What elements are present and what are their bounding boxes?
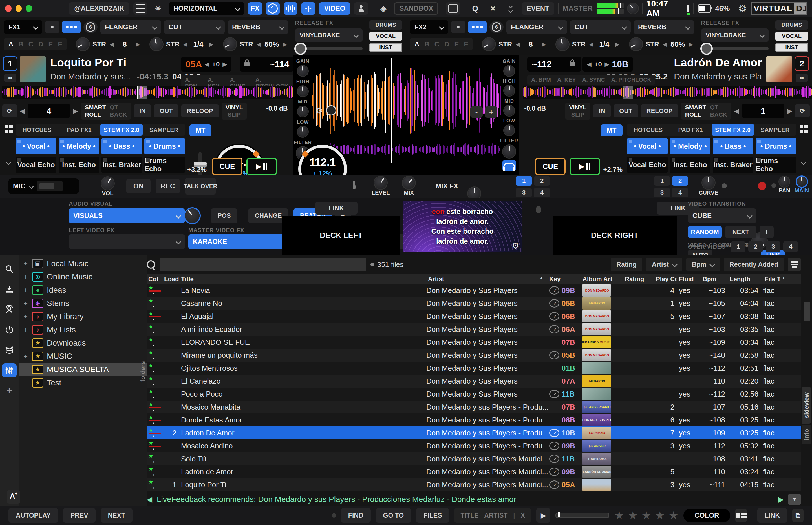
drums-stem-button[interactable]: DRUMS [369,20,402,30]
table-row[interactable]: ♪♪★ Donde Estas AmorDon Medardo y sus Pl… [147,414,801,426]
brightness-button[interactable]: ☀ [151,2,165,15]
goto-button[interactable]: GO TO [376,508,411,523]
deck1-loop-half-button[interactable]: ◀ [20,107,25,115]
headset-user-icon[interactable] [2,302,17,317]
deck1-key-pitch[interactable]: 05A◀+0▶ [181,57,231,72]
table-row[interactable]: ♪♪★ LLORANDO SE FUEDon Medardo y Sus Pla… [147,336,801,349]
sidebar-item-music[interactable]: +★MUSIC [19,349,147,363]
sandbox-icon-button[interactable]: ◈ [376,2,390,15]
deck2-high-knob[interactable] [504,86,514,96]
search-icon[interactable] [2,262,17,276]
tab-sideview[interactable]: sideview [802,387,811,424]
video-view-button[interactable]: VIDEO [319,2,350,15]
over-video-1[interactable]: 1 [731,241,745,252]
assign-1[interactable]: 1 [516,176,532,185]
pad-vocal[interactable]: • Vocal • [627,138,668,154]
pad-drums-echo[interactable]: Drums Echo [756,156,796,173]
files-button[interactable]: FILES [416,508,449,523]
assign-2[interactable]: 2 [534,176,550,185]
pos-button[interactable]: POS [211,208,237,223]
user-account-button[interactable]: @ALEXRDZAIK [69,2,129,15]
sidebar-item-test[interactable]: ★Test [19,376,147,389]
visuals-select[interactable]: VISUALS [69,208,185,223]
table-row[interactable]: ♪♪★ El AguajalDon Medardo y Sus Players … [147,310,801,323]
visuals-knob[interactable] [185,208,200,223]
waveform-zoom-knob[interactable] [326,105,336,116]
inst-stem-button[interactable]: INST [775,43,808,52]
pad-melody[interactable]: • Melody • [59,138,99,154]
deck1-low-knob[interactable] [298,127,308,137]
deck1-loop-mode-button[interactable]: ⟳ [2,105,17,118]
pad-drums[interactable]: • Drums • [756,138,796,154]
deck1-gain-knob[interactable] [298,66,308,76]
profile-button[interactable] [354,2,368,15]
column-headers[interactable]: ColLoadeTitle Artist▲ KeyAlbum ArtRating… [147,274,801,284]
filter-artist[interactable]: Artist [646,258,682,271]
automix-button[interactable]: A+ [7,490,20,504]
fx1-slot1-select[interactable]: FLANGER [100,20,161,34]
video-transition-select[interactable]: CUBE [688,208,756,223]
fx1-six-button[interactable]: 6 [84,21,98,33]
pad-vocal[interactable]: • Vocal • [16,138,56,154]
window-close-button[interactable] [5,5,12,12]
add-panel-icon[interactable]: + [2,384,17,398]
deck-right-video-panel[interactable]: DECK RIGHT [553,216,677,255]
deck2-overview-waveform[interactable] [523,86,812,99]
external-window-button[interactable]: ⧉ [792,509,803,522]
mic-volume-knob[interactable] [102,177,114,190]
assign-3[interactable]: 3 [654,188,670,197]
table-row[interactable]: ♪♪★ La NoviaDon Medardo y Sus Players ✓0… [147,284,801,297]
release-fx-select-left[interactable]: VINYLBRAKE [295,28,363,42]
over-video-4[interactable]: 4 [783,241,798,252]
deck2-loop-size[interactable]: 1 [742,104,784,118]
link-button[interactable]: LINK [757,508,787,523]
mic-talkover-button[interactable]: TALK OVER [185,178,216,195]
fx2-six-button[interactable]: 6 [490,21,504,33]
fx1-slot2-select[interactable]: CUT [164,20,225,34]
waveform-view-button[interactable] [284,2,298,15]
karaoke-preview-panel[interactable]: con este borracho ladrón de amor. Con es… [403,200,522,252]
over-video-2[interactable]: 2 [748,241,763,252]
release-fx-select-right[interactable]: VINYLBRAKE [701,28,769,42]
filter-bpm[interactable]: Bpm [686,258,720,271]
deck1-options-button[interactable]: •• [4,74,16,82]
deck2-auto-labels[interactable]: A. BPMA. KEYA. SYNCA. PITCHLOCK [527,75,655,85]
deck2-gain-knob[interactable] [504,66,514,76]
deck2-cue-button[interactable]: CUE [535,158,566,175]
fx1-slot3-select[interactable]: REVERB [228,20,288,34]
vocal-stem-button[interactable]: VOCAL [369,32,402,41]
deck2-play-button[interactable]: ▶ [569,158,600,175]
deck1-vinyl-slip-button[interactable]: VINYLSLIP [222,103,247,120]
fx2-slot1-select[interactable]: FLANGER [506,20,567,34]
recommend-text[interactable]: LiveFeedback recommends: Don Medardo y s… [157,495,516,504]
power-icon[interactable] [2,323,17,337]
tab-sampler[interactable]: SAMPLER [754,124,796,136]
left-video-fx-select[interactable] [69,234,185,249]
fx2-param2[interactable]: STR◀1/4▶ [556,38,620,50]
split-view-button[interactable]: -|- [301,2,315,15]
deck1-high-knob[interactable] [298,86,308,96]
deck1-play-button[interactable]: ▶ [246,158,277,175]
menu-button[interactable] [133,2,147,15]
deck1-mid-knob[interactable] [298,106,308,117]
deck1-smartloop-button[interactable]: SMARTROLL QTBACK [81,103,131,120]
filter-rating[interactable]: Rating [611,258,642,271]
tab-stemfx[interactable]: STEM FX 2.0 [712,124,754,136]
mic-section[interactable]: MIC [9,178,79,194]
fx2-multi-button[interactable] [468,21,487,33]
table-row[interactable]: ♪♪★ Poco a PocoDon Medardo y Sus Players… [147,388,801,401]
tab-padfx1[interactable]: PAD FX1 [669,124,712,136]
fx1-single-button[interactable] [45,21,59,33]
sort-icon[interactable] [788,258,801,271]
tab-stemfx[interactable]: STEM FX 2.0 [100,124,143,136]
fx2-slot3-select[interactable]: REVERB [634,20,694,34]
pad-inst-echo[interactable]: Inst. Echo [59,156,99,173]
sidebar-item-my-lists[interactable]: +♪My Lists [19,323,147,336]
fx2-single-button[interactable] [451,21,465,33]
quantize-button[interactable]: Q [468,2,482,15]
drums-stem-button[interactable]: DRUMS [775,20,808,30]
jogwheel-view-button[interactable] [266,2,280,15]
deck2-low-knob[interactable] [504,125,514,135]
table-row[interactable]: ♪♪★ Solo TúDon Medardo y sus Players Mau… [147,452,801,465]
sidebar-item-stems[interactable]: +◈Stems [19,297,147,310]
